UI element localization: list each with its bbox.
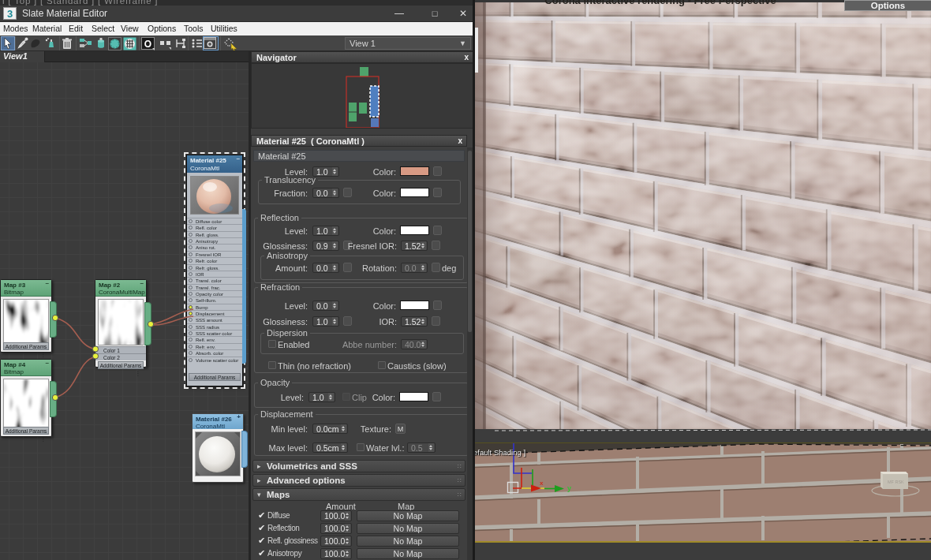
svg-text:y: y	[567, 484, 571, 492]
svg-text:MF RSK: MF RSK	[888, 480, 904, 484]
svg-text:x: x	[540, 480, 544, 487]
svg-text:O: O	[144, 39, 151, 50]
